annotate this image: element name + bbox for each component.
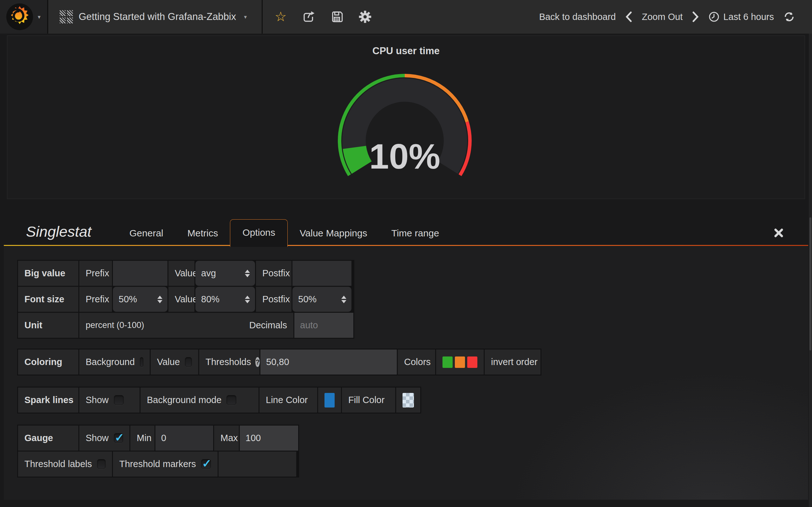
- background-checkbox[interactable]: ✓: [140, 357, 143, 367]
- gauge-show-checkbox[interactable]: ✓: [114, 433, 123, 443]
- threshold-color-2-swatch[interactable]: [455, 356, 465, 368]
- spark-lines-table: Spark lines Show ✓ Background mode ✓ Lin…: [17, 387, 421, 413]
- gauge-chart: 10%: [262, 39, 548, 217]
- navbar-right: Back to dashboard Zoom Out Last 6 hours: [539, 0, 812, 34]
- save-icon[interactable]: [331, 10, 343, 23]
- value-size-selected: 80%: [201, 294, 219, 304]
- line-color-label: Line Color: [259, 388, 317, 412]
- font-size-label: Font size: [18, 287, 78, 312]
- scrollbar-thumb[interactable]: [809, 217, 811, 350]
- editor-tabbar: General Metrics Options Value Mappings T…: [4, 219, 808, 246]
- min-input-cell: [155, 426, 213, 451]
- time-range-label: Last 6 hours: [723, 12, 774, 22]
- tab-value-mappings[interactable]: Value Mappings: [288, 221, 379, 246]
- postfix-size-select[interactable]: 50%: [293, 287, 351, 312]
- threshold-labels-cell: Threshold labels ✓: [18, 452, 112, 476]
- options-tab-content: Big value Prefix Value avg Postfix Font …: [4, 246, 808, 500]
- value-label: Value: [168, 261, 194, 286]
- show-label: Show: [86, 395, 109, 405]
- value-size-select[interactable]: 80%: [195, 287, 255, 312]
- threshold-markers-label: Threshold markers: [119, 459, 196, 469]
- thresholds-input-cell: [260, 349, 397, 375]
- color-swatches-cell: [436, 349, 484, 375]
- time-range-picker[interactable]: Last 6 hours: [709, 11, 774, 22]
- gear-icon[interactable]: [358, 10, 372, 23]
- back-to-dashboard-button[interactable]: Back to dashboard: [539, 12, 616, 22]
- clock-icon: [709, 11, 719, 22]
- postfix-size-selected: 50%: [298, 294, 316, 304]
- share-icon[interactable]: [302, 10, 315, 23]
- postfix-label: Postfix: [256, 261, 292, 286]
- coloring-row: Coloring Background ✓ Value ✓ Thresholds…: [18, 349, 541, 375]
- zoom-out-button[interactable]: Zoom Out: [642, 12, 682, 22]
- help-icon[interactable]: ?: [255, 357, 259, 367]
- threshold-labels-label: Threshold labels: [24, 459, 92, 469]
- font-size-row: Font size Prefix 50% Value 80% Postfix 5…: [18, 287, 353, 312]
- prefix-size-selected: 50%: [119, 294, 137, 304]
- singlestat-panel: CPU user time 10%: [7, 36, 805, 199]
- prefix-label: Prefix: [79, 261, 112, 286]
- tab-metrics[interactable]: Metrics: [175, 221, 230, 246]
- chevron-right-icon[interactable]: [692, 11, 699, 22]
- invert-order-button[interactable]: invert order: [485, 349, 541, 375]
- dashboard-title-menu[interactable]: Getting Started with Grafana-Zabbix ▼: [48, 0, 263, 34]
- dashboard-grid-icon: [60, 10, 73, 23]
- threshold-labels-checkbox[interactable]: ✓: [97, 459, 106, 469]
- unit-label: Unit: [18, 313, 78, 338]
- select-spinner-icon: [157, 296, 162, 303]
- gauge-row: Gauge Show ✓ Min Max: [18, 426, 298, 451]
- gauge-max-input[interactable]: [240, 426, 298, 451]
- unit-picker[interactable]: percent (0-100): [86, 320, 144, 330]
- thresholds-label-cell: Thresholds ?: [199, 349, 259, 375]
- coloring-table: Coloring Background ✓ Value ✓ Thresholds…: [17, 349, 542, 376]
- tab-general[interactable]: General: [117, 221, 175, 246]
- spark-lines-label: Spark lines: [18, 388, 78, 412]
- line-color-swatch[interactable]: [324, 393, 335, 407]
- big-value-postfix-input[interactable]: [293, 261, 351, 286]
- background-mode-checkbox[interactable]: ✓: [226, 395, 236, 405]
- value-checkbox[interactable]: ✓: [185, 357, 192, 367]
- select-spinner-icon: [245, 296, 250, 303]
- chevron-down-icon: ▼: [37, 14, 42, 20]
- show-label: Show: [86, 433, 109, 443]
- decimals-input-cell: [294, 313, 353, 338]
- postfix-label: Postfix: [256, 287, 292, 312]
- big-value-row: Big value Prefix Value avg Postfix: [18, 261, 353, 286]
- tab-time-range[interactable]: Time range: [379, 221, 451, 246]
- value-function-selected: avg: [201, 268, 216, 279]
- postfix-input-cell: [293, 261, 351, 286]
- threshold-options-row: Threshold labels ✓ Threshold markers ✓: [18, 452, 298, 476]
- sparkline-show-checkbox[interactable]: ✓: [114, 395, 124, 405]
- decimals-input[interactable]: [294, 313, 353, 338]
- gauge-min-input[interactable]: [155, 426, 213, 451]
- prefix-size-select[interactable]: 50%: [113, 287, 167, 312]
- chevron-left-icon[interactable]: [625, 11, 632, 22]
- big-value-prefix-input[interactable]: [113, 261, 167, 286]
- page-scrollbar[interactable]: [809, 34, 812, 507]
- panel-editor-header: Singlestat General Metrics Options Value…: [4, 203, 808, 246]
- close-icon[interactable]: [774, 228, 783, 238]
- background-mode-label: Background mode: [147, 395, 221, 405]
- threshold-color-3-swatch[interactable]: [467, 356, 477, 368]
- value-label: Value: [168, 287, 194, 312]
- fill-color-label: Fill Color: [342, 388, 395, 412]
- value-label: Value: [157, 357, 180, 367]
- big-value-label: Big value: [18, 261, 78, 286]
- fill-color-swatch[interactable]: [403, 393, 414, 407]
- max-input-cell: [240, 426, 298, 451]
- grafana-logo-menu[interactable]: ▼: [0, 0, 48, 34]
- gauge-table: Gauge Show ✓ Min Max Threshold labels ✓ …: [17, 425, 299, 477]
- grafana-logo-icon: [6, 3, 34, 31]
- threshold-color-1-swatch[interactable]: [443, 356, 453, 368]
- value-function-select[interactable]: avg: [195, 261, 255, 286]
- tab-options[interactable]: Options: [230, 219, 287, 247]
- star-icon[interactable]: ☆: [275, 10, 287, 23]
- thresholds-input[interactable]: [260, 349, 397, 375]
- refresh-icon[interactable]: [783, 11, 795, 22]
- line-color-cell: [318, 388, 341, 412]
- gauge-show-cell: Show ✓: [79, 426, 130, 451]
- colors-label: Colors: [398, 349, 435, 375]
- threshold-markers-checkbox[interactable]: ✓: [201, 459, 211, 469]
- svg-text:10%: 10%: [369, 136, 440, 176]
- gauge-label: Gauge: [18, 426, 78, 451]
